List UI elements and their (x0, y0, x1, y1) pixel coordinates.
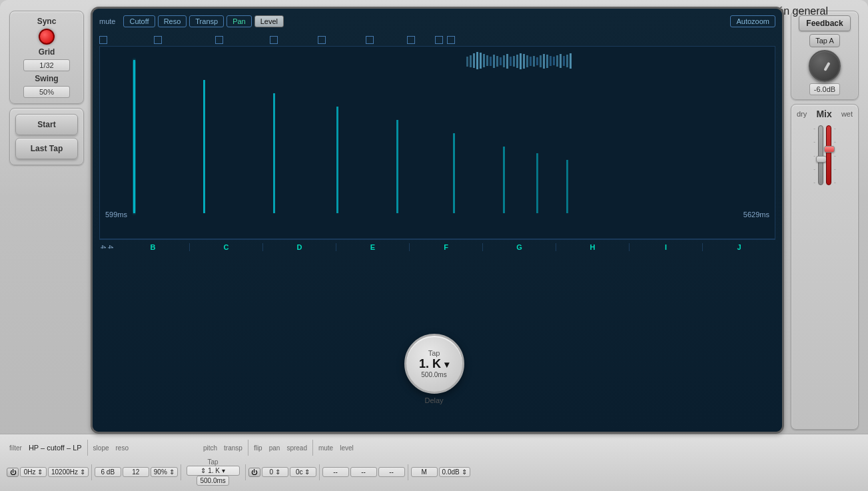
wet-slider-track[interactable] (826, 125, 831, 185)
dry-slider-track[interactable] (818, 125, 823, 185)
feedback-knob-container: -6.0dB (809, 50, 841, 95)
svg-rect-41 (566, 160, 568, 213)
mute-check-7[interactable] (407, 36, 415, 44)
tap-label-f[interactable]: F (410, 243, 483, 251)
mute-check-6[interactable] (366, 36, 374, 44)
swing-dropdown[interactable]: 50% (23, 86, 70, 98)
mute-m-field[interactable]: M (411, 467, 438, 477)
transp-unit-value: 0c (296, 468, 303, 476)
mute-check-8[interactable] (435, 36, 443, 44)
tap-label-d[interactable]: D (263, 243, 336, 251)
svg-rect-18 (523, 54, 525, 69)
start-button[interactable]: Start (15, 114, 78, 135)
mix-slider-area: ----- ----- (813, 122, 835, 189)
tab-pan[interactable]: Pan (226, 15, 252, 27)
tap-delay-label: Delay (404, 396, 464, 404)
bottom-values-row: ⏻ 0Hz ⇕ 10200Hz ⇕ 6 dB 12 90% ⇕ (7, 458, 861, 486)
tap-label-j[interactable]: J (703, 243, 775, 251)
mute-check-4[interactable] (270, 36, 278, 44)
transp-field[interactable]: 0 ⇕ (262, 467, 288, 477)
sync-button[interactable] (39, 29, 55, 45)
autozoom-button[interactable]: Autozoom (730, 15, 775, 27)
svg-rect-1 (466, 57, 468, 67)
plugin-container: Visualización general Sync Grid 1/32 Swi… (0, 0, 868, 491)
cutoff-high-field[interactable]: 10200Hz ⇕ (48, 467, 89, 477)
tap-arrows: ⇕ (201, 467, 208, 474)
tap-label-c[interactable]: C (190, 243, 263, 251)
tap-label-h[interactable]: H (556, 243, 630, 251)
tap-a-button[interactable]: Tap A (809, 34, 840, 47)
mute-label-bottom: mute (316, 444, 336, 452)
slope-field-2[interactable]: 12 (123, 467, 149, 477)
reso-field[interactable]: 90% ⇕ (151, 467, 178, 477)
mute-check-1[interactable] (99, 36, 107, 44)
mix-section: dry Mix wet ----- (791, 104, 859, 430)
svg-rect-14 (510, 57, 512, 66)
dry-slider-thumb[interactable] (816, 156, 827, 163)
tap-circle-button[interactable]: Tap 1. K ▾ 500.0ms (404, 334, 464, 394)
tab-level[interactable]: Level (254, 15, 284, 27)
bottom-labels-row: filter HP – cutoff – LP slope reso pitch… (7, 440, 861, 456)
divider-4 (91, 464, 92, 480)
svg-rect-17 (520, 53, 522, 69)
pitch-power-button[interactable]: ⏻ (248, 468, 260, 477)
svg-rect-22 (536, 57, 538, 65)
tap-label-b[interactable]: B (117, 243, 190, 251)
up-down-icon-5: ⇕ (304, 468, 310, 476)
tab-cutoff[interactable]: Cutoff (123, 15, 155, 27)
last-tap-button[interactable]: Last Tap (15, 138, 78, 159)
right-panel: Feedback Tap A -6.0dB dry Mix wet (788, 7, 861, 434)
wet-slider-thumb[interactable] (824, 146, 835, 153)
up-down-icon-2: ⇕ (80, 468, 85, 476)
svg-rect-27 (553, 57, 555, 65)
svg-rect-0 (100, 47, 775, 239)
svg-rect-3 (473, 53, 475, 68)
level-field[interactable]: 0.0dB ⇕ (439, 467, 470, 477)
svg-rect-39 (503, 147, 505, 213)
feedback-db-label: -6.0dB (809, 83, 840, 95)
level-value: 0.0dB (442, 468, 460, 476)
slope-field-1[interactable]: 6 dB (95, 467, 121, 477)
dry-scale: ----- (813, 125, 815, 185)
svg-rect-23 (540, 55, 542, 67)
tab-bar: mute Cutoff Reso Transp Pan Level Autozo… (93, 9, 782, 34)
svg-rect-36 (336, 107, 338, 213)
svg-rect-20 (530, 57, 532, 66)
svg-rect-15 (513, 56, 515, 67)
svg-rect-32 (570, 53, 572, 69)
filter-power-button[interactable]: ⏻ (7, 468, 19, 477)
spread-label: spread (284, 444, 310, 452)
tap-label-g[interactable]: G (483, 243, 556, 251)
cutoff-low-field[interactable]: 0Hz ⇕ (20, 467, 47, 477)
tap-value-field[interactable]: ⇕ 1. K ▾ (187, 466, 240, 476)
feedback-button[interactable]: Feedback (799, 15, 850, 31)
mix-header: dry Mix wet (797, 109, 853, 119)
svg-rect-10 (496, 56, 498, 67)
cutoff-high-value: 10200Hz (51, 468, 78, 476)
slope-val: 6 (101, 468, 105, 476)
tab-transp[interactable]: Transp (189, 15, 224, 27)
mute-check-5[interactable] (318, 36, 326, 44)
divider-7 (319, 464, 320, 480)
tab-reso[interactable]: Reso (158, 15, 187, 27)
tap-label-e[interactable]: E (336, 243, 410, 251)
tap-circle-label: Tap (428, 349, 440, 357)
transp-unit-field[interactable]: 0c ⇕ (290, 467, 316, 477)
grid-label: Grid (39, 47, 55, 57)
up-down-icon-3: ⇕ (169, 468, 175, 476)
svg-rect-35 (273, 93, 275, 213)
mute-check-3[interactable] (215, 36, 223, 44)
svg-rect-34 (203, 80, 205, 213)
tap-label-i[interactable]: I (630, 243, 703, 251)
mute-check-2[interactable] (154, 36, 162, 44)
mute-check-9[interactable] (447, 36, 455, 44)
flip-field: -- (322, 467, 349, 477)
svg-rect-31 (566, 55, 568, 67)
grid-dropdown[interactable]: 1/32 (23, 59, 70, 71)
svg-rect-21 (533, 56, 535, 67)
transp-label: transp (221, 444, 245, 452)
cutoff-low-value: 0Hz (24, 468, 36, 476)
feedback-knob[interactable] (809, 50, 841, 82)
svg-rect-33 (133, 60, 135, 213)
svg-rect-11 (500, 57, 502, 65)
